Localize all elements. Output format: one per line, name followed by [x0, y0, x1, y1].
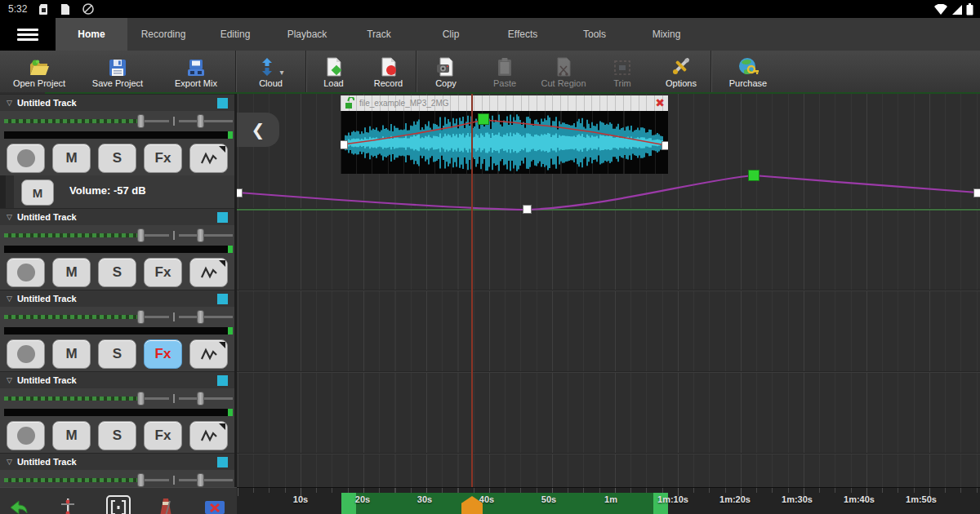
track-mute-button[interactable]: M — [52, 144, 91, 173]
tab-track[interactable]: Track — [343, 18, 415, 51]
track-solo-button[interactable]: S — [98, 421, 136, 450]
playhead-line[interactable] — [471, 94, 473, 514]
pan-slider-handle[interactable] — [197, 310, 204, 324]
purchase-button[interactable]: Purchase — [711, 51, 785, 92]
tab-editing[interactable]: Editing — [199, 18, 271, 51]
envelope-handle-peak-selected[interactable] — [478, 113, 489, 125]
track-mute-button[interactable]: M — [52, 339, 91, 369]
volume-slider-handle[interactable] — [137, 392, 145, 405]
loop-region-icon[interactable] — [106, 495, 131, 514]
clip-title: file_example_MP3_2MG — [359, 99, 449, 108]
track-fx-button[interactable]: Fx — [144, 258, 182, 287]
track-solo-button[interactable]: S — [98, 258, 136, 287]
open-project-button[interactable]: Open Project — [0, 51, 78, 92]
collapse-triangle-icon[interactable]: ▽ — [7, 295, 12, 303]
track-arm-button[interactable] — [7, 144, 45, 173]
metronome-icon[interactable] — [154, 495, 178, 514]
track-header[interactable]: ▽Untitled Track — [0, 290, 234, 307]
envelope-handle-left[interactable] — [341, 140, 348, 149]
track-arm-button[interactable] — [7, 339, 45, 369]
collapse-triangle-icon[interactable]: ▽ — [7, 376, 12, 384]
track-header[interactable]: ▽Untitled Track — [0, 453, 234, 470]
track-color-swatch[interactable] — [217, 457, 228, 467]
volume-slider[interactable] — [4, 234, 169, 237]
track-color-swatch[interactable] — [217, 375, 228, 386]
track-solo-button[interactable]: S — [98, 339, 136, 369]
hamburger-menu-button[interactable] — [0, 18, 56, 51]
volume-slider[interactable] — [4, 316, 169, 318]
envelope-handle-right[interactable] — [662, 141, 668, 150]
volume-slider[interactable] — [4, 397, 169, 400]
cloud-button[interactable]: ▾Cloud — [236, 51, 305, 92]
tab-tools[interactable]: Tools — [559, 18, 630, 51]
pan-slider[interactable] — [179, 120, 233, 122]
clip-header[interactable]: file_example_MP3_2MG ✖ — [341, 95, 668, 111]
pan-slider[interactable] — [179, 234, 233, 237]
track-fx-button[interactable]: Fx — [144, 144, 182, 173]
track-automation-button[interactable] — [189, 339, 228, 369]
track-color-swatch[interactable] — [217, 98, 228, 109]
tab-recording[interactable]: Recording — [127, 18, 199, 51]
track-header[interactable]: ▽Untitled Track — [0, 94, 234, 111]
track-color-swatch[interactable] — [217, 294, 228, 304]
track-mute-button[interactable]: M — [52, 421, 91, 450]
copy-button[interactable]: Copy — [416, 51, 475, 92]
options-button[interactable]: Options — [652, 51, 710, 92]
collapse-triangle-icon[interactable]: ▽ — [7, 213, 12, 221]
pan-slider[interactable] — [179, 479, 233, 481]
track-automation-button[interactable] — [189, 144, 228, 173]
automation-point[interactable] — [523, 205, 532, 214]
remove-icon[interactable] — [203, 495, 227, 514]
options-icon — [670, 55, 692, 77]
track-fx-button[interactable]: Fx — [144, 421, 182, 450]
collapse-panel-button[interactable]: ❮ — [237, 113, 279, 147]
track-arm-button[interactable] — [7, 421, 45, 450]
tab-clip[interactable]: Clip — [415, 18, 487, 51]
tab-effects[interactable]: Effects — [487, 18, 559, 51]
copy-icon — [436, 55, 456, 77]
track-solo-button[interactable]: S — [98, 144, 136, 173]
lane-mute-button[interactable]: M — [21, 179, 54, 206]
load-button[interactable]: Load — [306, 51, 361, 92]
pan-slider-handle[interactable] — [197, 114, 204, 128]
track-automation-button[interactable] — [189, 421, 228, 450]
arrangement-area[interactable]: file_example_MP3_2MG ✖ ❮ — [237, 94, 980, 514]
automation-point[interactable] — [973, 188, 980, 197]
marker-icon[interactable] — [56, 495, 80, 514]
volume-slider-handle[interactable] — [137, 310, 145, 324]
volume-slider-handle[interactable] — [137, 114, 145, 128]
clip-waveform-area[interactable] — [341, 111, 668, 174]
volume-slider[interactable] — [4, 479, 169, 481]
clip-close-icon[interactable]: ✖ — [655, 96, 665, 109]
undo-icon[interactable] — [7, 495, 31, 514]
automation-point-selected[interactable] — [748, 170, 760, 181]
track-mute-button[interactable]: M — [52, 258, 91, 287]
pan-slider-handle[interactable] — [197, 228, 204, 242]
volume-slider[interactable] — [4, 120, 169, 122]
loop-start-handle[interactable] — [341, 493, 356, 514]
track-color-swatch[interactable] — [217, 212, 228, 223]
pan-slider-handle[interactable] — [197, 392, 204, 405]
save-project-button[interactable]: Save Project — [78, 51, 157, 92]
export-mix-button[interactable]: Export Mix — [157, 51, 235, 92]
timeline-ruler[interactable]: 10s20s30s40s50s1m1m:10s1m:20s1m:30s1m:40… — [237, 487, 980, 514]
loop-region[interactable] — [341, 493, 668, 514]
pan-slider[interactable] — [179, 397, 233, 400]
volume-slider-handle[interactable] — [137, 228, 145, 242]
tab-playback[interactable]: Playback — [271, 18, 343, 51]
track-fx-button[interactable]: Fx — [144, 339, 182, 369]
track-automation-button[interactable] — [189, 258, 228, 287]
collapse-triangle-icon[interactable]: ▽ — [7, 458, 12, 466]
track-header[interactable]: ▽Untitled Track — [0, 371, 234, 388]
collapse-triangle-icon[interactable]: ▽ — [7, 99, 12, 107]
track-arm-button[interactable] — [7, 258, 45, 287]
audio-clip[interactable]: file_example_MP3_2MG ✖ — [341, 95, 668, 174]
track-header[interactable]: ▽Untitled Track — [0, 208, 234, 225]
automation-point[interactable] — [237, 188, 243, 197]
record-button[interactable]: Record — [361, 51, 416, 92]
tab-mixing[interactable]: Mixing — [630, 18, 702, 51]
pan-slider-handle[interactable] — [197, 473, 204, 487]
tab-home[interactable]: Home — [56, 18, 127, 51]
pan-slider[interactable] — [179, 316, 233, 318]
volume-slider-handle[interactable] — [137, 473, 145, 487]
